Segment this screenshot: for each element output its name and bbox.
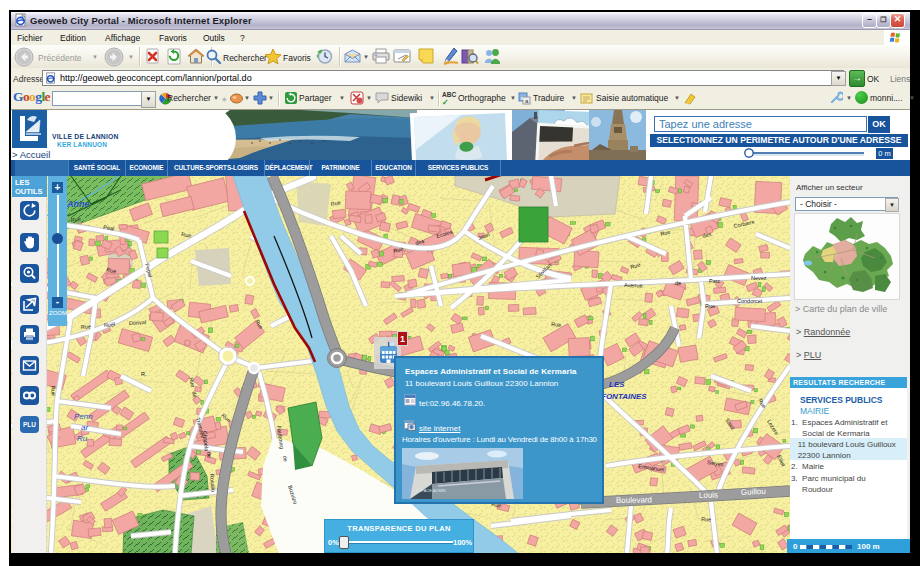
svg-text:Rue: Rue — [50, 386, 57, 397]
svg-text:Rue: Rue — [551, 321, 562, 328]
svg-text:Avenue: Avenue — [624, 282, 643, 289]
svg-text:de: de — [206, 452, 213, 459]
svg-text:Ru: Ru — [77, 434, 88, 443]
svg-text:FONTAINES: FONTAINES — [601, 392, 647, 401]
svg-text:Noël: Noël — [104, 321, 116, 328]
svg-text:Rue: Rue — [81, 323, 92, 330]
svg-text:Parc: Parc — [709, 278, 721, 284]
svg-text:Rue: Rue — [701, 516, 711, 523]
svg-text:Donval: Donval — [129, 319, 146, 326]
svg-text:de: de — [282, 455, 289, 462]
svg-text:Louis: Louis — [699, 490, 718, 500]
svg-text:Anne: Anne — [66, 199, 90, 209]
svg-text:de: de — [675, 280, 681, 286]
svg-text:Boulevard: Boulevard — [616, 495, 652, 505]
svg-text:Penn: Penn — [74, 412, 93, 421]
svg-text:R.: R. — [141, 371, 147, 377]
svg-text:Nevez: Nevez — [751, 275, 767, 281]
svg-text:ESPACE ADMIN: ESPACE ADMIN — [416, 488, 446, 493]
svg-text:ar: ar — [81, 423, 88, 432]
svg-text:Rue: Rue — [705, 303, 715, 309]
svg-text:Guillou: Guillou — [741, 487, 766, 497]
svg-text:LES: LES — [609, 380, 625, 389]
svg-text:Condorcet: Condorcet — [737, 298, 763, 304]
